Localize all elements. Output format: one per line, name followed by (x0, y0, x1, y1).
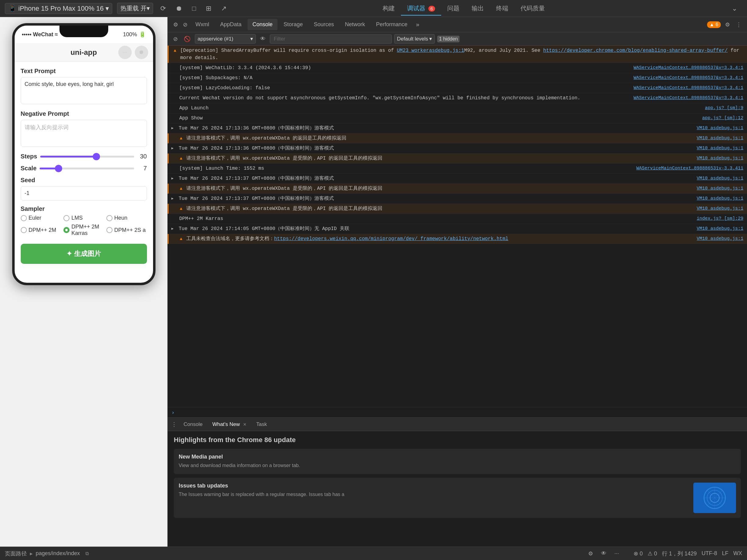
log-source-link[interactable]: app.js? [sm]:12 (702, 115, 743, 121)
sampler-heun-radio[interactable] (106, 215, 112, 221)
sampler-dpm2m-radio[interactable] (21, 227, 27, 233)
log-entry-12[interactable]: ▶Tue Mar 26 2024 17:13:37 GMT+0800（中国标准时… (168, 174, 747, 184)
more-tabs-button[interactable]: » (413, 20, 422, 29)
seed-input[interactable] (21, 186, 147, 201)
devtools-settings-icon[interactable]: ⚙ (171, 20, 180, 29)
copy-path-button[interactable]: ⧉ (83, 550, 91, 558)
path-more-icon[interactable]: ··· (612, 549, 621, 558)
bottom-tab-whats-new[interactable]: What's New ✕ (208, 420, 251, 429)
console-log-area[interactable]: ▲[Deprecation] SharedArrayBuffer will re… (168, 46, 747, 407)
sampler-dpm2m[interactable]: DPM++ 2M (21, 224, 61, 236)
service-selector[interactable]: appservice (#1) ▾ (195, 34, 256, 44)
line-endings-label: LF (722, 550, 728, 557)
negative-prompt-input[interactable] (21, 120, 147, 147)
sampler-euler[interactable]: Euler (21, 215, 61, 221)
log-source-link[interactable]: WAServiceMainContext…898886537&v=3.3.4:1 (634, 65, 743, 71)
log-source-link[interactable]: VM10 asdebug.js:1 (697, 156, 743, 161)
console-toolbar-icon[interactable]: ⊘ (171, 34, 180, 44)
bottom-tab-close-icon[interactable]: ✕ (243, 422, 247, 427)
filter-input[interactable] (270, 34, 392, 44)
log-source-link[interactable]: WAServiceMainContext…898886537&v=3.3.4:1 (634, 75, 743, 80)
split-button[interactable]: ⊞ (203, 3, 214, 14)
devtools-menu-icon[interactable]: ⋮ (734, 20, 743, 29)
console-eye-icon[interactable]: 👁 (258, 34, 267, 43)
log-source-link[interactable]: VM10 asdebug.js:1 (697, 206, 743, 211)
log-link[interactable]: UM23 workerasdebug.js:1 (397, 48, 464, 53)
sampler-heun[interactable]: Heun (106, 215, 147, 221)
log-source-link[interactable]: VM10 asdebug.js:1 (697, 196, 743, 201)
tab-output[interactable]: 输出 (466, 2, 490, 16)
sampler-dpm2s[interactable]: DPM++ 2S a (106, 224, 147, 236)
steps-section: Steps 30 (21, 153, 147, 160)
more-options-button[interactable]: ··· (118, 46, 132, 59)
log-source-link[interactable]: VM10 asdebug.js:1 (697, 145, 743, 151)
issues-chart-svg (693, 483, 736, 513)
log-source: app.js? [sm]:9 (705, 105, 743, 111)
tab-code-quality[interactable]: 代码质量 (514, 2, 551, 16)
log-source-link[interactable]: VM10 asdebug.js:1 (697, 136, 743, 141)
generate-button[interactable]: ✦ 生成图片 (21, 244, 147, 264)
log-source-link[interactable]: VM10 asdebug.js:1 (697, 126, 743, 131)
tab-issues[interactable]: 问题 (441, 2, 466, 16)
device-selector[interactable]: 📱 iPhone 15 Pro Max 100% 16 ▾ (5, 3, 112, 14)
warning-count-badge[interactable]: ▲ 6 (707, 21, 721, 28)
main-tabs-expand-icon[interactable]: ⌄ (729, 5, 740, 12)
tab-console[interactable]: Console (248, 19, 278, 30)
log-text: [system] WeChatLib: 3.3.4 (2024.3.6 15:4… (179, 64, 629, 72)
console-input[interactable] (177, 409, 743, 415)
path-eye-icon[interactable]: 👁 (598, 549, 609, 558)
log-source-link[interactable]: VM10 asdebug.js:1 (697, 186, 743, 191)
log-entry-7[interactable]: ▶Tue Mar 26 2024 17:13:36 GMT+0800（中国标准时… (168, 124, 747, 133)
sampler-dpm2m-karras-radio[interactable] (63, 227, 70, 233)
log-link[interactable]: https://developers.weixin.qq.com/minipro… (274, 236, 508, 242)
steps-thumb[interactable] (93, 153, 100, 160)
phone-frame-button[interactable]: □ (190, 3, 199, 14)
sampler-euler-radio[interactable] (21, 215, 27, 221)
log-source-link[interactable]: WAServiceMainContext…898886531v-3.3.411 (636, 166, 743, 171)
scale-slider[interactable] (40, 167, 134, 169)
sampler-lms-radio[interactable] (63, 215, 70, 221)
path-settings-icon[interactable]: ⚙ (586, 549, 595, 558)
tab-terminal[interactable]: 终端 (490, 2, 514, 16)
devtools-gear-icon[interactable]: ⚙ (723, 20, 732, 29)
devtools-filter-icon[interactable]: ⊘ (181, 20, 189, 29)
bottom-tab-task[interactable]: Task (252, 420, 272, 429)
bottom-tabs-menu-icon[interactable]: ⋮ (171, 421, 177, 428)
tab-storage[interactable]: Storage (279, 19, 308, 30)
hotreload-button[interactable]: 热重载 开▾ (117, 3, 153, 14)
level-selector[interactable]: Default levels ▾ (394, 34, 435, 44)
steps-slider[interactable] (40, 156, 134, 158)
record-nav-button[interactable]: ⏺ (135, 46, 148, 59)
text-prompt-input[interactable]: Comic style, blue eyes, long hair, girl (21, 77, 147, 104)
sampler-lms[interactable]: LMS (63, 215, 104, 221)
tab-wxml[interactable]: Wxml (190, 19, 214, 30)
log-source-link[interactable]: WAServiceMainContext…898886537&v=3.3.4:1 (634, 96, 743, 101)
log-source-link[interactable]: VM10 asdebug.js:1 (697, 226, 743, 231)
tab-performance[interactable]: Performance (371, 19, 412, 30)
tab-build[interactable]: 构建 (377, 2, 401, 16)
path-chevron-icon: ▸ (30, 550, 33, 557)
log-extra-link[interactable]: https://developer.chrome.com/blog/enabli… (543, 48, 728, 53)
tab-appdata[interactable]: AppData (215, 19, 247, 30)
log-text: [Deprecation] SharedArrayBuffer will req… (180, 47, 743, 61)
log-source-link[interactable]: VM10 asdebug.js:1 (697, 176, 743, 181)
log-source-link[interactable]: app.js? [sm]:9 (705, 105, 743, 111)
refresh-button[interactable]: ⟳ (158, 3, 168, 14)
log-entry-17[interactable]: ▶Tue Mar 26 2024 17:14:05 GMT+0800（中国标准时… (168, 224, 747, 234)
console-clear-icon[interactable]: 🚫 (182, 34, 192, 44)
bottom-tab-console[interactable]: Console (179, 420, 207, 429)
tab-sources[interactable]: Sources (309, 19, 339, 30)
log-entry-9[interactable]: ▶Tue Mar 26 2024 17:13:36 GMT+0800（中国标准时… (168, 143, 747, 154)
tab-network[interactable]: Network (340, 19, 370, 30)
tab-debugger[interactable]: 调试器 6 (401, 2, 441, 16)
sampler-dpm2s-radio[interactable] (106, 227, 112, 233)
scale-thumb[interactable] (55, 165, 62, 172)
log-source-link[interactable]: WAServiceMainContext…898886537&v=3.3.4:1 (634, 85, 743, 90)
log-entry-14[interactable]: ▶Tue Mar 26 2024 17:13:37 GMT+0800（中国标准时… (168, 194, 747, 204)
log-source-link[interactable]: VM10 asdebug.js:1 (697, 236, 743, 241)
sampler-dpm2m-karras[interactable]: DPM++ 2M Karras (63, 224, 104, 236)
log-source-link[interactable]: index.js? [sm]:29 (697, 216, 743, 221)
preview-button[interactable]: ↗ (218, 3, 229, 14)
record-button[interactable]: ⏺ (173, 3, 185, 14)
log-text: Current Wechat version do not support as… (179, 95, 629, 102)
